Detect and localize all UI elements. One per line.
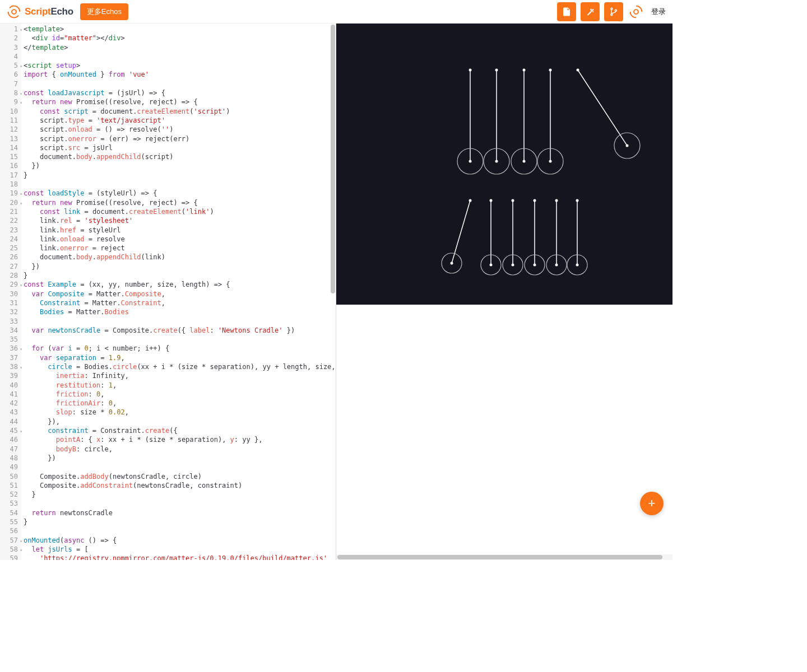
code-line[interactable]: script.src = jsUrl [24, 143, 336, 152]
code-line[interactable]: Composite.addConstraint(newtonsCradle, c… [24, 481, 336, 490]
gutter-line: 45▾ [0, 426, 21, 435]
code-line[interactable]: const loadStyle = (styleUrl) => { [24, 189, 336, 198]
code-line[interactable]: import { onMounted } from 'vue' [24, 70, 336, 79]
code-line[interactable]: }) [24, 161, 336, 170]
code-line[interactable]: slop: size * 0.02, [24, 408, 336, 417]
svg-point-5 [469, 160, 472, 163]
gutter-line: 37 [0, 353, 21, 362]
code-line[interactable]: inertia: Infinity, [24, 371, 336, 380]
code-line[interactable] [24, 80, 336, 88]
document-icon [562, 7, 572, 17]
code-line[interactable]: }), [24, 417, 336, 426]
code-line[interactable]: link.rel = 'stylesheet' [24, 216, 336, 225]
code-line[interactable]: friction: 0, [24, 390, 336, 399]
header-right: 登录 [557, 2, 668, 21]
code-line[interactable]: constraint = Constraint.create({ [24, 426, 336, 435]
code-line[interactable]: for (var i = 0; i < number; i++) { [24, 344, 336, 353]
code-line[interactable]: return new Promise((resolve, reject) => … [24, 198, 336, 207]
gutter-line: 17 [0, 171, 21, 180]
code-line[interactable]: } [24, 271, 336, 280]
editor-vertical-scrollbar[interactable] [330, 24, 336, 560]
gutter-line: 46 [0, 435, 21, 444]
physics-canvas[interactable] [336, 24, 672, 305]
newtons-cradle-svg [336, 24, 672, 305]
code-line[interactable]: script.type = 'text/javascript' [24, 116, 336, 125]
gutter-line: 1▾ [0, 25, 21, 34]
code-line[interactable]: <template> [24, 25, 336, 34]
code-line[interactable]: </template> [24, 43, 336, 52]
svg-point-17 [549, 160, 552, 163]
code-line[interactable]: pointA: { x: xx + i * (size * separation… [24, 435, 336, 444]
code-line[interactable]: const script = document.createElement('s… [24, 107, 336, 116]
gutter-line: 6 [0, 70, 21, 79]
code-line[interactable] [24, 180, 336, 189]
code-line[interactable] [24, 335, 336, 344]
branch-icon-button[interactable] [604, 2, 623, 21]
code-line[interactable]: var newtonsCradle = Composite.create({ l… [24, 326, 336, 335]
user-swirl-icon[interactable] [628, 3, 644, 20]
code-line[interactable]: <script setup> [24, 61, 336, 70]
code-line[interactable]: }) [24, 262, 336, 271]
code-line[interactable] [24, 317, 336, 326]
code-line[interactable]: link.onload = resolve [24, 235, 336, 244]
code-line[interactable]: return newtonsCradle [24, 508, 336, 517]
gutter-line: 19▾ [0, 189, 21, 198]
code-line[interactable]: var Composite = Matter.Composite, [24, 290, 336, 298]
preview-horizontal-scrollbar[interactable] [336, 554, 672, 560]
code-line[interactable]: } [24, 490, 336, 499]
gutter-line: 9▾ [0, 97, 21, 106]
code-line[interactable] [24, 526, 336, 535]
gutter-line: 23 [0, 226, 21, 235]
code-line[interactable]: document.body.appendChild(link) [24, 253, 336, 262]
wand-icon-button[interactable] [581, 2, 600, 21]
svg-point-13 [523, 160, 526, 163]
gutter-line: 27 [0, 262, 21, 271]
code-line[interactable]: <div id="matter"></div> [24, 34, 336, 43]
gutter-line: 21 [0, 207, 21, 216]
code-line[interactable]: bodyB: circle, [24, 445, 336, 454]
magic-wand-icon [585, 7, 595, 17]
gutter-line: 39 [0, 371, 21, 380]
code-line[interactable]: var separation = 1.9, [24, 353, 336, 362]
editor-code-area[interactable]: <template> <div id="matter"></div></temp… [21, 24, 336, 560]
more-echos-button[interactable]: 更多Echos [80, 3, 128, 20]
add-fab-button[interactable]: + [640, 492, 664, 515]
code-line[interactable]: link.onerror = reject [24, 244, 336, 253]
code-line[interactable]: } [24, 517, 336, 526]
code-line[interactable]: document.body.appendChild(script) [24, 152, 336, 161]
code-line[interactable]: onMounted(async () => { [24, 536, 336, 545]
code-line[interactable]: const link = document.createElement('lin… [24, 207, 336, 216]
gutter-line: 47 [0, 445, 21, 454]
code-line[interactable]: const Example = (xx, yy, number, size, l… [24, 280, 336, 289]
code-line[interactable]: link.href = styleUrl [24, 226, 336, 235]
scrollbar-thumb[interactable] [331, 25, 335, 293]
code-line[interactable]: 'https://registry.npmmirror.com/matter-j… [24, 554, 336, 560]
gutter-line: 22 [0, 216, 21, 225]
code-line[interactable]: script.onload = () => resolve('') [24, 125, 336, 134]
code-line[interactable] [24, 499, 336, 508]
svg-point-41 [555, 264, 558, 267]
code-line[interactable]: Bodies = Matter.Bodies [24, 307, 336, 316]
code-line[interactable]: const loadJavascript = (jsUrl) => { [24, 88, 336, 97]
code-line[interactable] [24, 463, 336, 472]
code-line[interactable]: Composite.addBody(newtonsCradle, circle) [24, 472, 336, 481]
code-line[interactable]: }) [24, 454, 336, 463]
brand-logo[interactable]: ScriptEcho [7, 4, 73, 19]
scrollbar-thumb[interactable] [337, 555, 662, 559]
gutter-line: 44 [0, 417, 21, 426]
login-link[interactable]: 登录 [649, 7, 668, 17]
code-line[interactable]: frictionAir: 0, [24, 399, 336, 408]
code-line[interactable]: script.onerror = (err) => reject(err) [24, 134, 336, 143]
code-editor-pane[interactable]: 1▾2345▾678▾9▾10111213141516171819▾20▾212… [0, 24, 336, 560]
gutter-line: 7 [0, 80, 21, 88]
code-line[interactable]: let jsUrls = [ [24, 545, 336, 554]
gutter-line: 13 [0, 134, 21, 143]
code-line[interactable]: restitution: 1, [24, 381, 336, 390]
code-line[interactable] [24, 52, 336, 61]
code-line[interactable]: Constraint = Matter.Constraint, [24, 298, 336, 307]
document-icon-button[interactable] [557, 2, 576, 21]
code-line[interactable]: return new Promise((resolve, reject) => … [24, 97, 336, 106]
code-line[interactable]: circle = Bodies.circle(xx + i * (size * … [24, 362, 336, 371]
svg-point-9 [495, 160, 498, 163]
code-line[interactable]: } [24, 171, 336, 180]
